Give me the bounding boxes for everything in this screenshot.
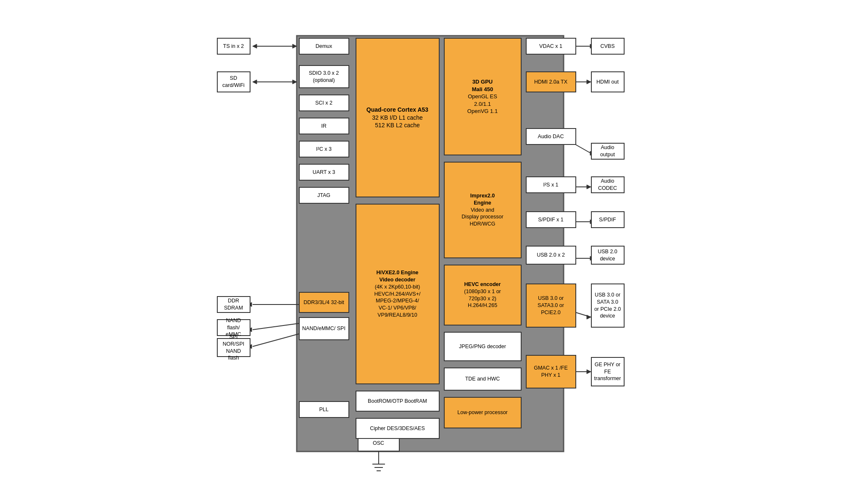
cpu-block: Quad-core Cortex A53 32 KB I/D L1 cache … <box>356 38 440 197</box>
gpu-label: 3D GPU Mali 450 OpenGL ES 2.0/1.1 OpenVG… <box>467 78 498 115</box>
usb20-block: USB 2.0 x 2 <box>526 246 576 265</box>
vdac-block: VDAC x 1 <box>526 38 576 55</box>
svg-marker-5 <box>293 80 297 84</box>
svg-line-13 <box>253 334 299 346</box>
svg-marker-3 <box>253 44 257 48</box>
svg-marker-6 <box>253 80 257 84</box>
gpu-block: 3D GPU Mali 450 OpenGL ES 2.0/1.1 OpenVG… <box>444 38 522 155</box>
nand-chip-block: NAND/eMMC/ SPI <box>299 317 349 340</box>
sci-block: SCI x 2 <box>299 94 349 111</box>
sdio-block: SDIO 3.0 x 2 (optional) <box>299 65 349 88</box>
svg-marker-34 <box>587 370 591 374</box>
cpu-label: Quad-core Cortex A53 32 KB I/D L1 cache … <box>366 106 428 130</box>
audio-dac-block: Audio DAC <box>526 128 576 145</box>
svg-marker-24 <box>587 185 591 189</box>
hdmi-out-block: HDMI out <box>591 71 625 92</box>
svg-marker-2 <box>293 44 297 48</box>
i2s-block: I²S x 1 <box>526 176 576 193</box>
spi-nor-block: SPI NOR/SPI NAND flash <box>217 338 250 357</box>
ddr-sdram-block: DDR SDRAM <box>217 296 250 313</box>
low-power-block: Low-power processor <box>444 397 522 428</box>
uart-block: UART x 3 <box>299 164 349 181</box>
svg-line-10 <box>253 323 299 330</box>
ts-in-block: TS in x 2 <box>217 38 250 55</box>
jtag-block: JTAG <box>299 187 349 204</box>
hivxe-block: HiVXE2.0 Engine Video decoder (4K x 2Kp6… <box>356 204 440 384</box>
svg-marker-31 <box>587 315 591 319</box>
jpeg-block: JPEG/PNG decoder <box>444 332 522 361</box>
bootrom-block: BootROM/OTP BootRAM <box>356 391 440 412</box>
pll-block: PLL <box>299 401 349 418</box>
usb30-chip-block: USB 3.0 or SATA3.0 or PCIE2.0 <box>526 284 576 328</box>
cipher-block: Cipher DES/3DES/AES <box>356 418 440 439</box>
usb20-device-block: USB 2.0 device <box>591 246 625 265</box>
audio-output-block: Audio output <box>591 143 625 160</box>
hdmi-tx-block: HDMI 2.0a TX <box>526 71 576 92</box>
cvbs-block: CVBS <box>591 38 625 55</box>
spdif-chip-block: S/PDIF x 1 <box>526 211 576 228</box>
ge-phy-block: GE PHY or FE transformer <box>591 357 625 386</box>
hevc-enc-block: HEVC encoder (1080p30 x 1 or 720p30 x 2)… <box>444 265 522 326</box>
ddr-chip-block: DDR3/3L/4 32-bit <box>299 292 349 313</box>
audio-codec-block: Audio CODEC <box>591 176 625 193</box>
hivxe-label: HiVXE2.0 Engine Video decoder (4K x 2Kp6… <box>374 269 421 319</box>
i2c-block: I²C x 3 <box>299 141 349 158</box>
svg-marker-19 <box>587 80 591 84</box>
imprex-block: Imprex2.0 Engine Video and Display proce… <box>444 162 522 258</box>
hevc-enc-label: HEVC encoder (1080p30 x 1 or 720p30 x 2)… <box>464 281 501 310</box>
usb30-ext-block: USB 3.0 or SATA 3.0 or PCIe 2.0 device <box>591 284 625 328</box>
imprex-label: Imprex2.0 Engine Video and Display proce… <box>461 192 503 228</box>
gmac-block: GMAC x 1 /FE PHY x 1 <box>526 355 576 388</box>
ir-block: IR <box>299 118 349 134</box>
sd-card-wifi-block: SD card/WiFi <box>217 71 250 92</box>
demux-block: Demux <box>299 38 349 55</box>
tde-block: TDE and HWC <box>444 368 522 391</box>
diagram-canvas: TS in x 2 SD card/WiFi DDR SDRAM NAND fl… <box>215 32 627 472</box>
spdif-ext-block: S/PDIF <box>591 211 625 228</box>
